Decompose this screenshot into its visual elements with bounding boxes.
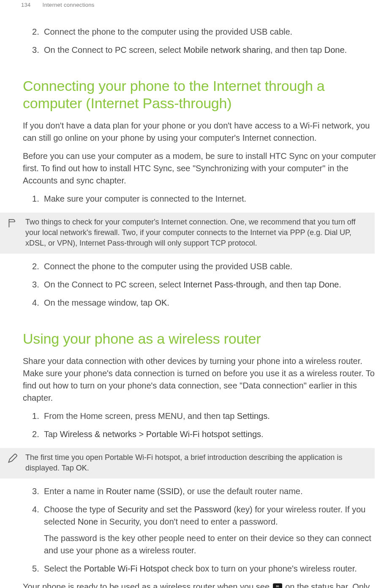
body-text: On the message window, tap xyxy=(44,298,155,307)
list-item: 3Enter a name in Router name (SSID), or … xyxy=(44,485,378,503)
paragraph: Share your data connection with other de… xyxy=(23,355,378,404)
bold-text: Done xyxy=(319,280,339,289)
body-text: On the Connect to PC screen, select xyxy=(44,280,183,289)
document-page: 134 Internet connections 2Connect the ph… xyxy=(0,0,384,588)
body-text: > xyxy=(136,429,146,439)
page-content: 2Connect the phone to the computer using… xyxy=(0,8,384,588)
list-item: 1Make sure your computer is connected to… xyxy=(44,193,378,211)
body-text: Your phone is ready to be used as a wire… xyxy=(23,582,272,588)
list-body: Choose the type of Security and set the … xyxy=(44,505,365,526)
body-text: Connect the phone to the computer using … xyxy=(44,262,292,271)
page-header: 134 Internet connections xyxy=(0,0,384,8)
list-number: 2 xyxy=(32,428,39,440)
ordered-list: 3Enter a name in Router name (SSID), or … xyxy=(23,485,378,581)
bold-text: Router name (SSID) xyxy=(106,487,182,496)
list-body: On the message window, tap OK. xyxy=(44,298,169,307)
bold-text: Settings xyxy=(237,411,267,421)
list-number: 3 xyxy=(32,44,39,56)
list-body: Make sure your computer is connected to … xyxy=(44,194,246,203)
flag-icon xyxy=(7,218,18,229)
list-number: 1 xyxy=(32,410,39,422)
ordered-list: 2Connect the phone to the computer using… xyxy=(23,260,378,315)
list-number: 3 xyxy=(32,485,39,498)
list-item: 1From the Home screen, press MENU, and t… xyxy=(44,410,378,428)
page-number: 134 xyxy=(21,2,31,8)
list-number: 4 xyxy=(32,297,39,309)
list-item: 4Choose the type of Security and set the… xyxy=(44,503,378,563)
list-number: 3 xyxy=(32,279,39,291)
bold-text: None xyxy=(78,517,98,526)
paragraph: Your phone is ready to be used as a wire… xyxy=(23,581,378,588)
list-item: 2Connect the phone to the computer using… xyxy=(44,260,378,279)
body-text: . xyxy=(261,429,264,439)
list-body: Select the Portable Wi-Fi Hotspot check … xyxy=(44,564,357,573)
bold-text: Wireless & networks xyxy=(60,429,136,439)
list-body: Enter a name in Router name (SSID), or u… xyxy=(44,487,303,496)
body-text: Tap xyxy=(44,429,60,439)
bold-text: Password xyxy=(194,505,231,514)
note-callout: Two things to check for your computer's … xyxy=(0,213,375,254)
list-item: 2Tap Wireless & networks > Portable Wi-F… xyxy=(44,428,378,446)
body-text: On the Connect to PC screen, select xyxy=(44,45,183,55)
note-text: The first time you open Portable Wi-Fi h… xyxy=(25,452,367,473)
list-item: 3On the Connect to PC screen, select Int… xyxy=(44,279,378,297)
body-text: . xyxy=(87,464,89,472)
chapter-title: Internet connections xyxy=(43,2,95,8)
bold-text: OK xyxy=(76,464,87,472)
list-item: 2Connect the phone to the computer using… xyxy=(44,26,378,44)
body-text: . xyxy=(345,45,347,55)
paragraph: Before you can use your computer as a mo… xyxy=(23,150,378,187)
section-heading: Using your phone as a wireless router xyxy=(23,330,378,347)
list-body: On the Connect to PC screen, select Inte… xyxy=(44,280,341,289)
list-body: Tap Wireless & networks > Portable Wi-Fi… xyxy=(44,429,264,439)
list-number: 1 xyxy=(32,193,39,205)
body-text: , and then tap xyxy=(265,280,319,289)
body-text: , or use the default router name. xyxy=(182,487,303,496)
list-body: From the Home screen, press MENU, and th… xyxy=(44,411,270,421)
body-text: Choose the type of xyxy=(44,505,117,514)
sub-paragraph: The password is the key other people nee… xyxy=(44,532,378,557)
bold-text: Done xyxy=(324,45,345,55)
body-text: . xyxy=(267,411,270,421)
list-body: Connect the phone to the computer using … xyxy=(44,27,292,36)
list-number: 5 xyxy=(32,563,39,575)
bold-text: Portable Wi-Fi Hotspot xyxy=(84,564,169,573)
body-text: Select the xyxy=(44,564,84,573)
body-text: The first time you open Portable Wi-Fi h… xyxy=(25,453,342,472)
body-text: in Security, you don't need to enter a p… xyxy=(98,517,278,526)
bold-text: Mobile network sharing xyxy=(183,45,270,55)
body-text: , and then tap xyxy=(270,45,324,55)
body-text: Make sure your computer is connected to … xyxy=(44,194,246,203)
bold-text: Portable Wi-Fi hotspot settings xyxy=(146,429,261,439)
bold-text: OK xyxy=(155,298,167,307)
tethering-3g-icon: 3G xyxy=(273,583,282,588)
note-text: Two things to check for your computer's … xyxy=(25,217,367,249)
ordered-list: 1Make sure your computer is connected to… xyxy=(23,193,378,211)
body-text: check box to turn on your phone's wirele… xyxy=(169,564,357,573)
bold-text: Internet Pass-through xyxy=(183,280,264,289)
pencil-icon xyxy=(7,453,18,464)
body-text: . xyxy=(167,298,169,307)
list-number: 2 xyxy=(32,260,39,273)
paragraph: If you don't have a data plan for your p… xyxy=(23,120,378,144)
svg-text:3G: 3G xyxy=(276,585,279,588)
body-text: . xyxy=(339,280,341,289)
list-body: On the Connect to PC screen, select Mobi… xyxy=(44,45,347,55)
body-text: Enter a name in xyxy=(44,487,106,496)
list-item: 5Select the Portable Wi-Fi Hotspot check… xyxy=(44,563,378,581)
ordered-list: 2Connect the phone to the computer using… xyxy=(23,26,378,62)
list-number: 4 xyxy=(32,503,39,516)
note-callout: The first time you open Portable Wi-Fi h… xyxy=(0,448,375,479)
list-item: 4On the message window, tap OK. xyxy=(44,297,378,315)
list-body: Connect the phone to the computer using … xyxy=(44,262,292,271)
bold-text: Security xyxy=(117,505,147,514)
body-text: From the Home screen, press MENU, and th… xyxy=(44,411,237,421)
ordered-list: 1From the Home screen, press MENU, and t… xyxy=(23,410,378,446)
section-heading: Connecting your phone to the Internet th… xyxy=(23,77,378,112)
list-number: 2 xyxy=(32,26,39,38)
body-text: Connect the phone to the computer using … xyxy=(44,27,292,36)
body-text: and set the xyxy=(148,505,194,514)
list-item: 3On the Connect to PC screen, select Mob… xyxy=(44,44,378,62)
